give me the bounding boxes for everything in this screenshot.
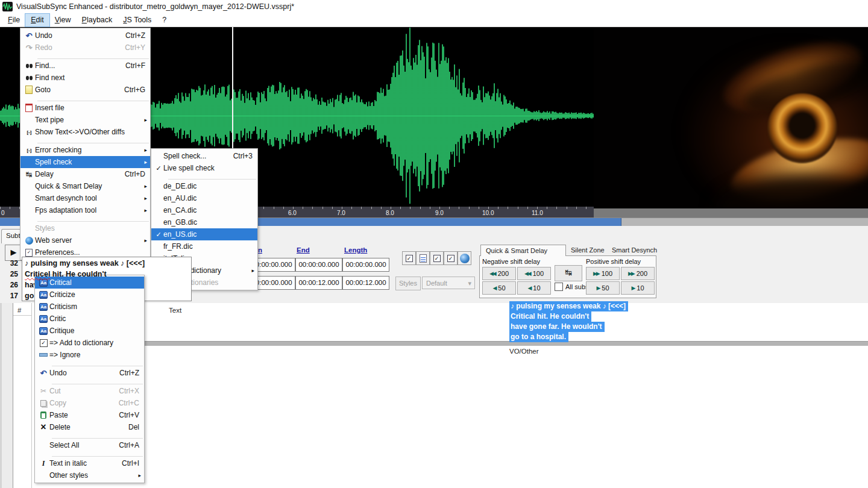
column-header-number[interactable]: # [17, 307, 21, 314]
editor-line[interactable]: ♪ pulsing my senses weak ♪ [<<<] [25, 259, 145, 267]
sort-header-end[interactable]: End [297, 246, 310, 254]
shift-button-minus-100[interactable]: ◀◀100 [517, 267, 551, 280]
checkmark-icon: ✓ [154, 164, 163, 172]
menuitem-critique[interactable]: Critique [35, 325, 144, 337]
menu-[interactable]: ? [157, 14, 172, 27]
column-header-vo-other[interactable]: VO/Other [509, 348, 539, 355]
menuitem-spell-check[interactable]: Spell check...Ctrl+3 [151, 150, 257, 162]
sort-header-length[interactable]: Length [344, 246, 367, 254]
menuitem-select-all[interactable]: Select AllCtrl+A [35, 439, 144, 451]
menuitem-de-de-dic[interactable]: de_DE.dic [151, 180, 257, 192]
menu-playback[interactable]: Playback [77, 14, 118, 27]
misspelled-word[interactable]: Criticel [25, 270, 50, 278]
menu-separator [37, 138, 149, 143]
menuitem-text-pipe[interactable]: Text pipe▸ [20, 114, 150, 126]
menuitem-add-to-dictionary[interactable]: => Add to dictionary [35, 337, 144, 349]
menuitem-label: => Ignore [49, 351, 80, 359]
toolbar-button-document-icon[interactable] [416, 251, 430, 265]
menuitem-styles[interactable]: Styles [20, 222, 150, 234]
menuitem-undo[interactable]: UndoCtrl+Z [20, 30, 150, 42]
time-field-vo-length[interactable]: 00:00:00.000 [342, 258, 389, 272]
shift-button-plus-50[interactable]: ▶50 [586, 281, 620, 295]
menu-view[interactable]: View [49, 14, 77, 27]
menuitem-fps-adaptation-tool[interactable]: Fps adaptation tool▸ [20, 204, 150, 216]
tab-silent-zone[interactable]: Silent Zone [566, 245, 607, 256]
menuitem-label: => Add to dictionary [49, 339, 113, 347]
menuitem-insert-file[interactable]: Insert file [20, 102, 150, 114]
menuitem-delete[interactable]: DeleteDel [35, 421, 144, 433]
menuitem-cut[interactable]: CutCtrl+X [35, 385, 144, 397]
menuitem-label: Redo [35, 43, 52, 52]
menuitem-label: Goto [35, 86, 51, 94]
toolbar-button-checklist-icon[interactable]: ✓ [430, 251, 444, 265]
column-header-text[interactable]: Text [169, 307, 181, 314]
menuitem-delay[interactable]: DelayCtrl+D [20, 168, 150, 180]
menuitem-criticize[interactable]: Criticize [35, 289, 144, 301]
title-bar: VisualSubSync Enhanced - distributor_met… [0, 0, 868, 14]
menu-edit[interactable]: Edit [25, 14, 49, 27]
checkbox-icon[interactable] [555, 283, 563, 291]
menuitem-show-text-vo-other-diffs[interactable]: Show Text<->VO/Other diffs [20, 126, 150, 138]
toolbar-button-check-edit-icon[interactable]: ✓ [402, 251, 416, 265]
menuitem-error-checking[interactable]: Error checking▸ [20, 144, 150, 156]
menuitem-live-spell-check[interactable]: ✓Live spell check [151, 162, 257, 174]
menuitem-copy[interactable]: CopyCtrl+C [35, 397, 144, 409]
time-field-text-length[interactable]: 00:00:12.000 [342, 276, 389, 290]
styles-button[interactable]: Styles [395, 277, 421, 290]
menu-separator [37, 96, 149, 101]
menuitem-en-ca-dic[interactable]: en_CA.dic [151, 204, 257, 216]
prefs-icon [23, 248, 35, 257]
shift-value: 10 [637, 284, 644, 292]
style-select-value: Default [426, 280, 447, 287]
all-subs-checkbox[interactable]: All subs [555, 283, 589, 291]
style-select[interactable]: Default ▾ [422, 277, 475, 289]
menuitem-find[interactable]: Find...Ctrl+F [20, 60, 150, 72]
shortcut-label: Del [118, 423, 139, 431]
menuitem-web-server[interactable]: Web server▸ [20, 234, 150, 246]
menuitem-ignore[interactable]: => Ignore [35, 349, 144, 361]
menuitem-label: Web server [35, 236, 72, 245]
editor-line[interactable]: Criticel hit. He couldn't [25, 270, 107, 278]
menuitem-smart-desynch-tool[interactable]: Smart desynch tool▸ [20, 192, 150, 204]
time-field-text-end[interactable]: 00:00:12.000 [295, 276, 342, 290]
tab-quick-smart-delay[interactable]: Quick & Smart Delay [480, 245, 566, 256]
char-count: 25 [2, 270, 18, 278]
tab-smart-desynch[interactable]: Smart Desynch [607, 245, 662, 256]
toolbar-button-document-check-icon[interactable]: ✓ [444, 251, 458, 265]
menuitem-quick-smart-delay[interactable]: Quick & Smart Delay▸ [20, 180, 150, 192]
shortcut-label: Ctrl+A [108, 441, 139, 449]
menuitem-fr-fr-dic[interactable]: fr_FR.dic [151, 240, 257, 252]
menuitem-critic[interactable]: Critic [35, 313, 144, 325]
menuitem-text-in-italic[interactable]: Text in italicCtrl+I [35, 457, 144, 469]
menuitem-criticism[interactable]: Criticism [35, 301, 144, 313]
header-divider [13, 315, 31, 316]
shift-button-plus-10[interactable]: ▶10 [621, 281, 655, 295]
menuitem-goto[interactable]: GotoCtrl+G [20, 84, 150, 96]
shift-button-minus-10[interactable]: ◀10 [517, 281, 551, 295]
shift-button-plus-200[interactable]: ▶▶200 [621, 267, 655, 280]
menuitem-label: de_DE.dic [163, 182, 197, 190]
menuitem-paste[interactable]: PasteCtrl+V [35, 409, 144, 421]
icon-space [23, 193, 35, 203]
menu-file[interactable]: File [2, 14, 25, 27]
delay-tool-button[interactable]: ↹ [555, 265, 582, 281]
menuitem-find-next[interactable]: Find next [20, 72, 150, 84]
shift-button-minus-50[interactable]: ◀50 [482, 281, 516, 295]
menuitem-en-au-dic[interactable]: en_AU.dic [151, 192, 257, 204]
menuitem-spell-check[interactable]: Spell check▸ [20, 156, 150, 168]
panel-splitter[interactable] [131, 341, 868, 346]
menu-separator [168, 174, 256, 180]
arrow-icon: ◀◀ [524, 271, 530, 277]
menu-js-tools[interactable]: JS Tools [118, 14, 157, 27]
menuitem-other-styles[interactable]: Other styles▸ [35, 469, 144, 481]
menuitem-redo[interactable]: RedoCtrl+Y [20, 42, 150, 54]
menuitem-en-gb-dic[interactable]: en_GB.dic [151, 216, 257, 228]
aa-icon [37, 290, 49, 299]
menuitem-en-us-dic[interactable]: ✓en_US.dic [151, 228, 257, 240]
menuitem-critical[interactable]: Critical [35, 277, 144, 289]
toolbar-button-web-globe-icon[interactable] [458, 251, 471, 265]
time-field-vo-end[interactable]: 00:00:00.000 [295, 258, 342, 272]
shift-button-plus-100[interactable]: ▶▶100 [586, 267, 620, 280]
menuitem-undo[interactable]: UndoCtrl+Z [35, 367, 144, 379]
shift-button-minus-200[interactable]: ◀◀200 [482, 267, 516, 280]
